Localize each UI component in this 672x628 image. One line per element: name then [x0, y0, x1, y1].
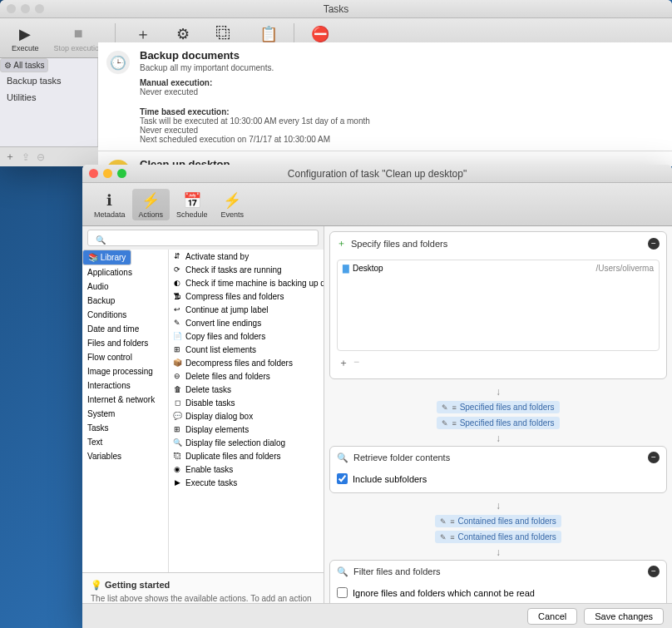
category-internet-and-network[interactable]: Internet & network [82, 393, 168, 407]
action-icon: 📄 [172, 331, 182, 341]
category-library[interactable]: 📚 Library [82, 250, 131, 265]
task-item[interactable]: 🕒Backup documentsBackup all my important… [98, 42, 672, 151]
chip-contained-2[interactable]: ✎≡Contained files and folders [435, 531, 561, 543]
search-wrap: 🔍 [87, 230, 319, 246]
collapse-icon[interactable]: − [648, 566, 660, 577]
action-icon: ✎ [172, 318, 182, 328]
action-item[interactable]: ⊞Display elements [169, 423, 324, 436]
list-icon: ≡ [452, 403, 456, 412]
remove-icon: ⛔ [310, 24, 330, 44]
category-system[interactable]: System [82, 407, 168, 421]
category-flow-control[interactable]: Flow control [82, 350, 168, 364]
share-icon[interactable]: ⇪ [22, 151, 30, 163]
sidebar-item-all-tasks[interactable]: ⚙ All tasks [0, 58, 48, 72]
search-icon: 🔍 [96, 235, 106, 245]
action-item[interactable]: 📄Copy files and folders [169, 329, 324, 343]
remove-file-icon[interactable]: − [353, 356, 359, 370]
action-list: ⇵Activate stand by⟳Check if tasks are ru… [169, 250, 324, 572]
workflow-area: ＋ Specify files and folders − ▇Desktop /… [324, 226, 672, 628]
action-item[interactable]: 🗜Compress files and folders [169, 289, 324, 303]
list-icon: ≡ [450, 533, 454, 541]
list-icon: ≡ [450, 517, 454, 526]
toolbar-execute-button[interactable]: ▶Execute [5, 22, 46, 54]
search-input[interactable] [87, 230, 319, 246]
action-item[interactable]: ◐Check if time machine is backing up dat [169, 276, 324, 289]
minus-icon[interactable]: ⊖ [37, 151, 45, 163]
magnify-icon: 🔍 [337, 452, 348, 463]
action-item[interactable]: ◻Disable tasks [169, 396, 324, 409]
metadata-icon: ℹ [100, 190, 120, 210]
collapse-icon[interactable]: − [648, 452, 660, 463]
category-conditions[interactable]: Conditions [82, 308, 168, 322]
config-title: Configuration of task "Clean up desktop" [82, 168, 672, 180]
main-statusbar: ＋ ⇪ ⊖ [0, 146, 98, 166]
schedule-icon: 📅 [182, 190, 202, 210]
sidebar-item-backup-tasks[interactable]: Backup tasks [0, 72, 97, 89]
category-text[interactable]: Text [82, 435, 168, 449]
action-item[interactable]: 💬Display dialog box [169, 409, 324, 423]
category-backup[interactable]: Backup [82, 294, 168, 308]
action-item[interactable]: ⿻Duplicate files and folders [169, 449, 324, 462]
action-item[interactable]: ↩Continue at jump label [169, 303, 324, 316]
include-subfolders-checkbox[interactable] [337, 473, 348, 484]
include-subfolders-row[interactable]: Include subfolders [337, 473, 660, 484]
category-variables[interactable]: Variables [82, 449, 168, 463]
action-icon: 🗜 [172, 291, 182, 301]
ignore-unreadable-row[interactable]: Ignore files and folders which cannot be… [337, 587, 660, 598]
category-interactions[interactable]: Interactions [82, 378, 168, 393]
action-icon: ◻ [172, 398, 182, 408]
category-files-and-folders[interactable]: Files and folders [82, 336, 168, 350]
action-item[interactable]: ◉Enable tasks [169, 462, 324, 476]
panel-title: Filter files and folders [353, 566, 441, 576]
config-window: Configuration of task "Clean up desktop"… [82, 165, 672, 628]
action-icon: ↩ [172, 304, 182, 314]
action-icon: ⊞ [172, 424, 182, 434]
main-title: Tasks [0, 3, 672, 15]
category-date-and-time[interactable]: Date and time [82, 322, 168, 336]
plus-icon: ＋ [337, 237, 346, 250]
cancel-button[interactable]: Cancel [527, 608, 577, 625]
action-item[interactable]: ✎Convert line endings [169, 316, 324, 329]
flow-arrow-icon: ↓ [329, 433, 667, 444]
action-item[interactable]: ⊖Delete files and folders [169, 369, 324, 383]
action-item[interactable]: 🗑Delete tasks [169, 383, 324, 396]
add-file-icon[interactable]: ＋ [338, 356, 348, 370]
folder-icon: ▇ [343, 264, 349, 273]
ignore-unreadable-checkbox[interactable] [337, 587, 348, 598]
chip-specified-1[interactable]: ✎≡Specified files and folders [437, 401, 559, 413]
sidebar-item-utilities[interactable]: Utilities [0, 89, 97, 106]
add-icon[interactable]: ＋ [5, 150, 15, 164]
help-title: 💡 Getting started [91, 580, 315, 591]
action-icon: ⇵ [172, 251, 182, 261]
task-title: Backup documents [140, 49, 664, 62]
action-icon: ▶ [172, 477, 182, 487]
panel-title: Retrieve folder contents [353, 452, 450, 462]
action-item[interactable]: ⇵Activate stand by [169, 250, 324, 263]
actions-icon: ⚡ [141, 190, 161, 210]
list-icon: ≡ [452, 419, 456, 428]
action-item[interactable]: 🔍Display file selection dialog [169, 436, 324, 449]
action-icon: ◉ [172, 464, 182, 474]
tab-metadata[interactable]: ℹMetadata [87, 189, 132, 220]
category-applications[interactable]: Applications [82, 265, 168, 279]
category-audio[interactable]: Audio [82, 279, 168, 294]
save-button[interactable]: Save changes [584, 608, 664, 625]
action-item[interactable]: 📦Decompress files and folders [169, 356, 324, 369]
collapse-icon[interactable]: − [648, 238, 660, 250]
tab-schedule[interactable]: 📅Schedule [170, 189, 215, 220]
tab-events[interactable]: ⚡Events [215, 189, 251, 220]
category-tasks[interactable]: Tasks [82, 421, 168, 435]
flow-arrow-icon: ↓ [329, 546, 667, 558]
chip-contained-1[interactable]: ✎≡Contained files and folders [435, 515, 561, 527]
chip-specified-2[interactable]: ✎≡Specified files and folders [437, 417, 559, 429]
file-row[interactable]: ▇Desktop /Users/oliverma [338, 260, 659, 276]
category-image-processing[interactable]: Image processing [82, 364, 168, 378]
action-item[interactable]: ⊞Count list elements [169, 343, 324, 356]
category-list: 📚 LibraryApplicationsAudioBackupConditio… [82, 250, 169, 572]
action-item[interactable]: ⟳Check if tasks are running [169, 263, 324, 276]
pencil-icon: ✎ [440, 533, 447, 541]
tab-actions[interactable]: ⚡Actions [132, 189, 170, 220]
pencil-icon: ✎ [442, 419, 448, 428]
execute-icon: ▶ [15, 24, 35, 44]
action-item[interactable]: ▶Execute tasks [169, 476, 324, 489]
